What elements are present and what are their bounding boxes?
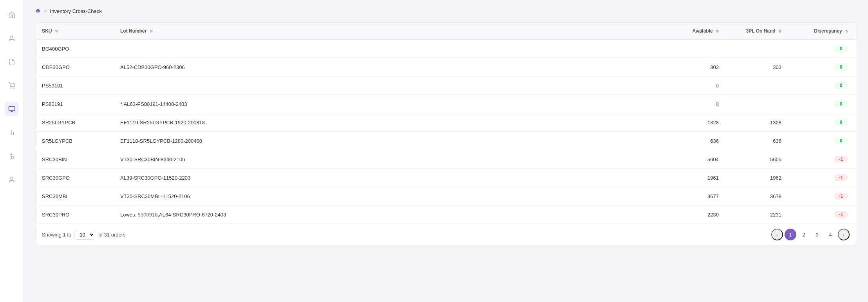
cell-sku: SRC30MBL xyxy=(36,187,114,206)
page-4-button[interactable]: 4 xyxy=(825,229,836,240)
cell-sku: BG400GPO xyxy=(36,40,114,58)
col-header-lot[interactable]: Lot Number ⇅ xyxy=(114,23,680,40)
cell-lot: Lowes: 5300918,AL64-SRC30PRO-6720-2403 xyxy=(114,206,680,224)
cell-available: 1328 xyxy=(680,113,731,132)
table-row: SR25LGYPCBEF1119-SR25LGYPCB-1920-2008181… xyxy=(36,113,856,132)
cell-discrepancy: -1 xyxy=(793,187,856,206)
cell-tpl: 5605 xyxy=(731,150,793,169)
sidebar-analytics-icon[interactable] xyxy=(5,126,19,140)
cell-tpl xyxy=(731,76,793,95)
discrepancy-badge: -1 xyxy=(834,193,848,200)
table-row: BG400GPO0 xyxy=(36,40,856,58)
cell-sku: SRC30BIN xyxy=(36,150,114,169)
lot-link[interactable]: 5300918 xyxy=(138,212,158,218)
cell-available: 3677 xyxy=(680,187,731,206)
next-page-button[interactable]: › xyxy=(838,229,850,240)
svg-point-0 xyxy=(11,36,13,38)
cell-lot: AL52-CDB30GPO-960-2306 xyxy=(114,58,680,76)
col-header-sku[interactable]: SKU ⇅ xyxy=(36,23,114,40)
table-header-row: SKU ⇅ Lot Number ⇅ Available ⇅ 3PL On Ha… xyxy=(36,23,856,40)
cell-tpl: 303 xyxy=(731,58,793,76)
cell-tpl: 636 xyxy=(731,132,793,150)
prev-page-button[interactable]: ‹ xyxy=(771,229,783,240)
cell-available: 0 xyxy=(680,95,731,113)
svg-point-10 xyxy=(11,177,13,179)
cell-available: 1961 xyxy=(680,169,731,187)
pagination-bar: Showing 1 to 10 25 50 of 31 orders ‹ 1 2… xyxy=(36,224,856,245)
table-row: CDB30GPOAL52-CDB30GPO-960-23063033030 xyxy=(36,58,856,76)
table-row: PS80191*,AL63-PS80191-14400-240300 xyxy=(36,95,856,113)
inventory-table-container: SKU ⇅ Lot Number ⇅ Available ⇅ 3PL On Ha… xyxy=(35,22,856,246)
cell-tpl xyxy=(731,40,793,58)
cell-discrepancy: 0 xyxy=(793,40,856,58)
table-row: SRC30MBLVT30-SRC30MBL-11520-210636773678… xyxy=(36,187,856,206)
table-row: PS5910100 xyxy=(36,76,856,95)
svg-point-1 xyxy=(11,88,11,89)
cell-lot: EF1119-SR25LGYPCB-1920-200818 xyxy=(114,113,680,132)
cell-discrepancy: 0 xyxy=(793,113,856,132)
cell-available: 2230 xyxy=(680,206,731,224)
sidebar-billing-icon[interactable] xyxy=(5,149,19,163)
sidebar-profile-icon[interactable] xyxy=(5,173,19,187)
discrepancy-badge: 0 xyxy=(834,119,848,126)
cell-available: 0 xyxy=(680,76,731,95)
cell-discrepancy: -1 xyxy=(793,169,856,187)
breadcrumb: > Inventory Cross-Check xyxy=(35,8,856,15)
tpl-sort-icon: ⇅ xyxy=(778,29,781,33)
cell-tpl xyxy=(731,95,793,113)
per-page-select[interactable]: 10 25 50 xyxy=(74,230,95,240)
col-header-available[interactable]: Available ⇅ xyxy=(680,23,731,40)
page-3-button[interactable]: 3 xyxy=(811,229,823,240)
page-2-button[interactable]: 2 xyxy=(798,229,810,240)
cell-available: 5604 xyxy=(680,150,731,169)
cell-sku: SR25LGYPCB xyxy=(36,113,114,132)
cell-discrepancy: -1 xyxy=(793,150,856,169)
cell-discrepancy: 0 xyxy=(793,95,856,113)
sidebar-cart-icon[interactable] xyxy=(5,78,19,93)
table-row: SR5LGYPCBEF1118-SR5LGYPCB-1280-200408636… xyxy=(36,132,856,150)
cell-lot: *,AL63-PS80191-14400-2403 xyxy=(114,95,680,113)
discrepancy-badge: -1 xyxy=(834,211,848,218)
sidebar-documents-icon[interactable] xyxy=(5,55,19,69)
inventory-table: SKU ⇅ Lot Number ⇅ Available ⇅ 3PL On Ha… xyxy=(36,23,856,224)
cell-tpl: 3678 xyxy=(731,187,793,206)
sidebar-inventory-icon[interactable] xyxy=(5,102,19,116)
cell-lot: EF1118-SR5LGYPCB-1280-200408 xyxy=(114,132,680,150)
breadcrumb-home[interactable] xyxy=(35,8,41,15)
cell-sku: CDB30GPO xyxy=(36,58,114,76)
cell-sku: PS59101 xyxy=(36,76,114,95)
sidebar-users-icon[interactable] xyxy=(5,31,19,45)
table-row: SRC30PROLowes: 5300918,AL64-SRC30PRO-672… xyxy=(36,206,856,224)
page-1-button[interactable]: 1 xyxy=(785,229,796,240)
table-row: SRC30GPOAL39-SRC30GPO-11520-220319611962… xyxy=(36,169,856,187)
discrepancy-badge: 0 xyxy=(834,45,848,52)
breadcrumb-separator: > xyxy=(44,8,47,14)
discrepancy-badge: -1 xyxy=(834,156,848,163)
cell-discrepancy: 0 xyxy=(793,76,856,95)
cell-discrepancy: 0 xyxy=(793,132,856,150)
discrepancy-badge: 0 xyxy=(834,82,848,89)
cell-lot: AL39-SRC30GPO-11520-2203 xyxy=(114,169,680,187)
cell-tpl: 2231 xyxy=(731,206,793,224)
sidebar xyxy=(0,0,24,302)
cell-tpl: 1962 xyxy=(731,169,793,187)
cell-lot: VT30-SRC30BIN-8640-2106 xyxy=(114,150,680,169)
col-header-discrepancy[interactable]: Discrepancy ⇅ xyxy=(793,23,856,40)
discrepancy-badge: -1 xyxy=(834,174,848,181)
pagination-left: Showing 1 to 10 25 50 of 31 orders xyxy=(42,230,126,240)
sku-sort-icon: ⇅ xyxy=(55,29,58,33)
main-content: > Inventory Cross-Check SKU ⇅ Lot Number… xyxy=(24,0,868,302)
breadcrumb-current-page: Inventory Cross-Check xyxy=(50,8,102,14)
discrepancy-badge: 0 xyxy=(834,64,848,71)
sidebar-home-icon[interactable] xyxy=(5,8,19,22)
lot-sort-icon: ⇅ xyxy=(150,29,153,33)
table-row: SRC30BINVT30-SRC30BIN-8640-210656045605-… xyxy=(36,150,856,169)
col-header-tpl[interactable]: 3PL On Hand ⇅ xyxy=(731,23,793,40)
showing-label: Showing 1 to xyxy=(42,232,71,238)
cell-lot: VT30-SRC30MBL-11520-2106 xyxy=(114,187,680,206)
cell-discrepancy: 0 xyxy=(793,58,856,76)
disc-sort-icon: ⇅ xyxy=(845,29,848,33)
cell-available: 303 xyxy=(680,58,731,76)
cell-discrepancy: -1 xyxy=(793,206,856,224)
cell-available: 636 xyxy=(680,132,731,150)
